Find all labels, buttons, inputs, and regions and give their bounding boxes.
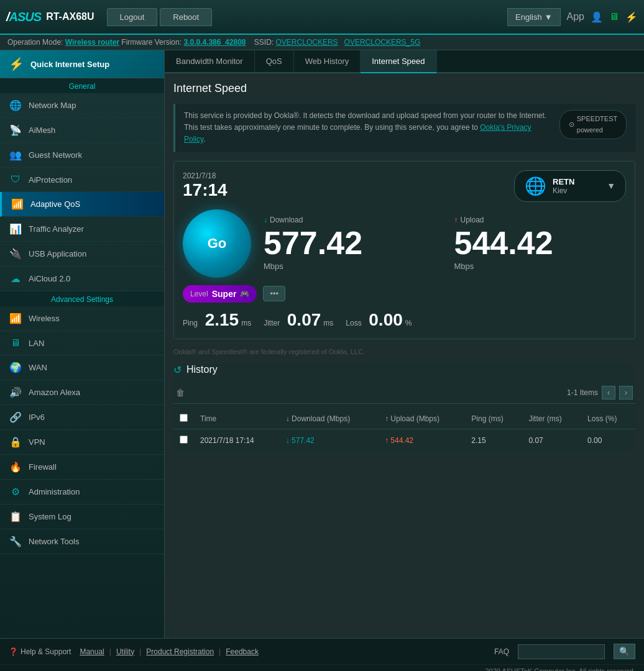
jitter-unit: ms [323,319,333,327]
speedtest-label: SPEEDTEST powered [577,114,617,135]
sidebar-item-ipv6[interactable]: 🔗 IPv6 [0,405,164,430]
administration-icon: ⚙ [9,486,22,498]
copyright: 2020 ASUSTeK Computer Inc. All rights re… [0,664,644,671]
ping-label: Ping [183,319,198,327]
sidebar-item-amazon-alexa[interactable]: 🔊 Amazon Alexa [0,380,164,405]
tab-bar: Bandwidth Monitor QoS Web History Intern… [165,50,644,73]
next-page-button[interactable]: › [619,386,633,399]
asus-logo: /ASUS [6,10,41,24]
go-button[interactable]: Go [183,209,251,278]
language-selector[interactable]: English ▼ [507,8,561,26]
row-checkbox[interactable] [180,436,188,444]
time-display: 17:14 [183,180,228,200]
tab-web-history[interactable]: Web History [294,50,361,72]
copyright-text: 2020 ASUSTeK Computer Inc. [485,667,577,671]
top-buttons: Logout Reboot [107,8,508,26]
ssid-link[interactable]: OVERCLOCKERS [276,38,338,47]
aiprotection-icon: 🛡 [9,174,22,185]
sidebar-item-wan[interactable]: 🌍 WAN [0,355,164,380]
upload-value: 544.42 [454,227,627,259]
prev-page-button[interactable]: ‹ [602,386,615,399]
quick-internet-setup[interactable]: ⚡ Quick Internet Setup [0,50,164,78]
speedtest-badge: ⊙ SPEEDTEST powered [559,110,627,139]
faq-search-button[interactable]: 🔍 [614,644,635,659]
mode-link[interactable]: Wireless router [65,38,119,47]
sidebar-item-aiprotection[interactable]: 🛡 AiProtection [0,168,164,192]
trash-icon: 🗑 [176,388,185,398]
sidebar-item-administration[interactable]: ⚙ Administration [0,480,164,504]
sidebar-item-aimesh[interactable]: 📡 AiMesh [0,118,164,143]
ping-unit: ms [241,319,251,327]
tab-qos[interactable]: QoS [255,50,294,72]
utility-link[interactable]: Utility [116,647,134,656]
monitor-icon[interactable]: 🖥 [609,11,619,22]
col-loss-header: Loss (%) [581,409,635,429]
tab-internet-speed[interactable]: Internet Speed [361,50,436,73]
sidebar-item-aicloud[interactable]: ☁ AiCloud 2.0 [0,267,164,291]
sidebar-item-traffic-analyzer[interactable]: 📊 Traffic Analyzer [0,217,164,242]
sidebar-item-network-tools[interactable]: 🔧 Network Tools [0,529,164,554]
firmware-link[interactable]: 3.0.0.4.386_42808 [183,38,246,47]
col-download-header: ↓ Download (Mbps) [280,409,379,429]
usb-icon[interactable]: ⚡ [625,11,638,23]
wan-icon: 🌍 [9,362,22,373]
delete-button[interactable]: 🗑 [176,388,185,398]
user-icon[interactable]: 👤 [591,11,603,23]
date-display: 2021/7/18 [183,171,228,180]
firmware-label: Firmware Version: [121,38,182,47]
separator1: | [109,647,111,656]
sidebar-label-network-map: Network Map [29,101,76,110]
sidebar-item-system-log[interactable]: 📋 System Log [0,504,164,529]
quick-setup-label: Quick Internet Setup [30,60,109,69]
ping-item: Ping 2.15 ms [183,310,251,330]
jitter-label: Jitter [264,319,280,327]
sidebar-label-firewall: Firewall [29,462,57,472]
sidebar-item-lan[interactable]: 🖥 LAN [0,331,164,355]
row-ping: 2.15 [465,429,522,452]
row-jitter: 0.07 [522,429,581,452]
col-checkbox [173,409,194,429]
help-label: Help & Support [21,647,71,656]
product-reg-link[interactable]: Product Registration [146,647,214,656]
sidebar-item-usb-application[interactable]: 🔌 USB Application [0,242,164,267]
advanced-section-header: Advanced Settings [0,291,164,306]
ssid5g-link[interactable]: OVERCLOCKERS_5G [344,38,421,47]
ping-value: 2.15 [205,310,239,330]
loss-unit: % [405,319,412,327]
faq-search-input[interactable] [518,644,605,659]
history-table: Time ↓ Download (Mbps) ↑ Upload (Mbps) P… [173,409,635,452]
upload-unit: Mbps [454,262,627,271]
upload-col-arrow: ↑ [385,414,389,423]
header-icons: App 👤 🖥 ⚡ [567,11,638,23]
sidebar-item-network-map[interactable]: 🌐 Network Map [0,93,164,118]
sidebar-item-guest-network[interactable]: 👥 Guest Network [0,143,164,168]
sidebar-item-firewall[interactable]: 🔥 Firewall [0,455,164,480]
general-section-header: General [0,78,164,93]
isp-name: RETN [553,177,600,186]
isp-selector[interactable]: 🌐 RETN Kiev ▼ [514,170,626,202]
row-download: ↓ 577.42 [280,429,379,452]
history-title: History [186,364,218,375]
sidebar-item-vpn[interactable]: 🔒 VPN [0,430,164,455]
sidebar-label-wan: WAN [29,363,47,372]
loss-label: Loss [346,319,361,327]
loss-value: 0.00 [369,310,403,330]
reboot-button[interactable]: Reboot [160,8,212,26]
manual-link[interactable]: Manual [80,647,104,656]
sidebar-item-wireless[interactable]: 📶 Wireless [0,306,164,331]
footer: ❓ Help & Support Manual | Utility | Prod… [0,638,644,664]
amazon-alexa-icon: 🔊 [9,386,22,398]
sidebar-item-adaptive-qos[interactable]: 📶 Adaptive QoS [0,192,164,217]
logo-area: /ASUS RT-AX68U [6,10,94,24]
download-arrow-icon: ↓ [264,216,267,224]
logout-button[interactable]: Logout [107,8,158,26]
isp-city: Kiev [553,186,600,195]
tab-bandwidth-monitor[interactable]: Bandwidth Monitor [165,50,255,72]
feedback-link[interactable]: Feedback [226,647,259,656]
more-button[interactable]: ••• [263,286,285,301]
download-label: ↓ Download [264,216,436,224]
select-all-checkbox[interactable] [180,414,188,422]
content-area: Internet Speed This service is provided … [165,73,644,638]
language-label: English [515,12,542,22]
sidebar-label-vpn: VPN [29,437,45,447]
